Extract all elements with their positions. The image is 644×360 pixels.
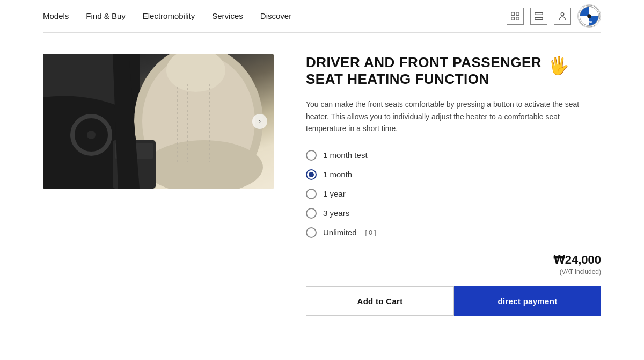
button-row: Add to Cart direct payment xyxy=(306,286,601,316)
price-row: ₩24,000 (VAT included) xyxy=(306,253,601,276)
options-list: 1 month test 1 month 1 year 3 years xyxy=(306,150,601,238)
option-label-3years: 3 years xyxy=(323,208,349,218)
list-icon[interactable] xyxy=(530,8,547,25)
option-unlimited[interactable]: Unlimited [ 0 ] xyxy=(306,227,601,238)
main-nav: Models Find & Buy Electromobility Servic… xyxy=(43,11,291,20)
radio-1month-test[interactable] xyxy=(306,150,317,161)
radio-1month[interactable] xyxy=(306,169,317,180)
radio-inner-1month xyxy=(309,172,314,177)
svg-point-23 xyxy=(87,131,96,139)
price-value: ₩24,000 xyxy=(306,253,601,267)
product-image: › xyxy=(43,54,274,189)
option-label-1month-test: 1 month test xyxy=(323,150,368,160)
option-label-unlimited: Unlimited xyxy=(323,228,357,237)
svg-rect-2 xyxy=(511,17,514,19)
nav-discover[interactable]: Discover xyxy=(260,11,291,20)
add-to-cart-button[interactable]: Add to Cart xyxy=(306,286,454,316)
image-next-arrow[interactable]: › xyxy=(252,114,267,129)
svg-point-10 xyxy=(587,14,591,18)
hand-icon: 🖐 xyxy=(548,55,569,76)
header: Models Find & Buy Electromobility Servic… xyxy=(0,0,644,32)
grid-icon[interactable] xyxy=(507,8,524,25)
bmw-logo[interactable]: BMW xyxy=(577,4,601,28)
svg-rect-0 xyxy=(511,12,514,15)
product-info: DRIVER AND FRONT PASSENGER SEAT HEATING … xyxy=(306,54,601,316)
svg-text:BMW: BMW xyxy=(587,20,593,23)
option-3years[interactable]: 3 years xyxy=(306,208,601,219)
option-1month-test[interactable]: 1 month test xyxy=(306,150,601,161)
main-content: › DRIVER AND FRONT PASSENGER SEAT HEATIN… xyxy=(0,33,644,337)
seat-illustration xyxy=(43,54,274,189)
svg-rect-5 xyxy=(535,17,543,19)
product-title-row: DRIVER AND FRONT PASSENGER SEAT HEATING … xyxy=(306,54,601,88)
nav-services[interactable]: Services xyxy=(212,11,243,20)
option-badge-unlimited: [ 0 ] xyxy=(365,229,376,236)
option-label-1month: 1 month xyxy=(323,170,352,179)
header-actions: BMW xyxy=(507,4,601,28)
radio-1year[interactable] xyxy=(306,189,317,199)
nav-models[interactable]: Models xyxy=(43,11,69,20)
person-icon[interactable] xyxy=(554,8,571,25)
nav-electromobility[interactable]: Electromobility xyxy=(143,11,195,20)
product-title-text: DRIVER AND FRONT PASSENGER SEAT HEATING … xyxy=(306,54,541,88)
product-description: You can make the front seats comfortable… xyxy=(306,98,601,134)
nav-find-buy[interactable]: Find & Buy xyxy=(86,11,125,20)
product-title: DRIVER AND FRONT PASSENGER SEAT HEATING … xyxy=(306,54,541,88)
svg-point-6 xyxy=(561,12,564,15)
option-1year[interactable]: 1 year xyxy=(306,189,601,199)
option-1month[interactable]: 1 month xyxy=(306,169,601,180)
svg-rect-1 xyxy=(516,12,519,15)
svg-rect-4 xyxy=(535,12,543,15)
radio-unlimited[interactable] xyxy=(306,227,317,238)
svg-rect-3 xyxy=(516,17,519,19)
radio-3years[interactable] xyxy=(306,208,317,219)
direct-payment-button[interactable]: direct payment xyxy=(454,286,601,316)
price-vat: (VAT included) xyxy=(306,268,601,276)
option-label-1year: 1 year xyxy=(323,189,346,198)
